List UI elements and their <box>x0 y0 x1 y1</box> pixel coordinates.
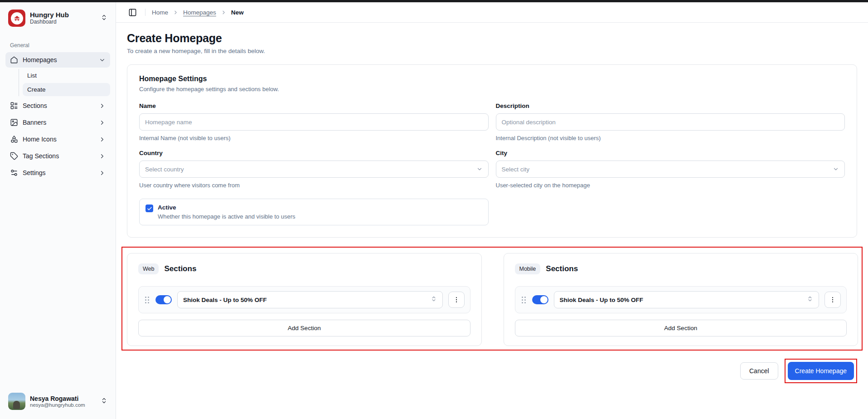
name-input[interactable] <box>139 113 489 131</box>
drag-handle-icon[interactable] <box>144 295 150 305</box>
nav-section-label: General <box>10 42 106 49</box>
chevron-right-icon <box>99 153 106 160</box>
sidebar-item-label: Tag Sections <box>23 152 59 160</box>
sidebar-item-sections[interactable]: Sections <box>5 98 110 113</box>
breadcrumb-homepages[interactable]: Homepages <box>183 9 216 16</box>
country-select[interactable]: Select country <box>139 161 489 178</box>
city-select[interactable]: Select city <box>496 161 845 178</box>
city-label: City <box>496 150 845 156</box>
settings-card-subtitle: Configure the homepage settings and sect… <box>139 86 845 93</box>
country-field-group: Country Select country User country wher… <box>139 150 489 189</box>
sidebar-item-home-icons[interactable]: Home Icons <box>5 132 110 147</box>
panel-left-icon <box>128 8 137 17</box>
mobile-sections-card: Mobile Sections Shiok Deals - Up to 50% … <box>504 253 858 346</box>
sidebar-item-label: Homepages <box>23 56 57 63</box>
drag-handle-icon[interactable] <box>521 295 527 305</box>
active-field-box: Active Whether this homepage is active a… <box>139 199 489 225</box>
workspace-switcher[interactable]: Hungry Hub Dashboard <box>5 7 110 29</box>
platform-badge-web: Web <box>138 263 159 274</box>
sidebar: Hungry Hub Dashboard General Homepages L… <box>0 2 116 419</box>
hungry-hub-logo-icon <box>8 10 25 27</box>
country-select-value: Select country <box>145 166 184 173</box>
sections-grid: Web Sections Shiok Deals - Up to 50% OFF <box>127 253 858 346</box>
sidebar-nav: Homepages List Create Sections <box>5 52 110 182</box>
country-label: Country <box>139 150 489 156</box>
chevrons-up-down-icon <box>431 296 437 304</box>
sidebar-item-tag-sections[interactable]: Tag Sections <box>5 148 110 164</box>
homepages-subnav: List Create <box>19 69 110 96</box>
chevron-right-icon <box>173 10 179 15</box>
topbar-divider <box>145 9 145 16</box>
sidebar-item-label: List <box>27 72 37 79</box>
homepage-settings-card: Homepage Settings Configure the homepage… <box>127 64 857 238</box>
check-icon <box>147 206 152 211</box>
create-homepage-button[interactable]: Create Homepage <box>788 362 854 380</box>
topbar: Home Homepages New <box>116 2 868 23</box>
sidebar-item-settings[interactable]: Settings <box>5 165 110 180</box>
web-section-menu-button[interactable] <box>448 292 465 308</box>
mobile-section-toggle[interactable] <box>532 295 548 304</box>
app-subtitle: Dashboard <box>30 19 69 25</box>
web-section-row: Shiok Deals - Up to 50% OFF <box>138 286 470 313</box>
mobile-add-section-button[interactable]: Add Section <box>515 320 847 336</box>
user-email: nesya@hungryhub.com <box>30 402 85 408</box>
mobile-section-select[interactable]: Shiok Deals - Up to 50% OFF <box>554 291 820 308</box>
breadcrumb-current: New <box>231 9 244 16</box>
mobile-sections-header: Mobile Sections <box>515 263 847 274</box>
name-label: Name <box>139 102 489 109</box>
sidebar-item-label: Home Icons <box>23 136 57 143</box>
sidebar-toggle-button[interactable] <box>126 6 139 19</box>
active-checkbox[interactable] <box>145 205 153 212</box>
name-field-group: Name Internal Name (not visible to users… <box>139 102 489 141</box>
sections-title: Sections <box>164 264 196 273</box>
web-section-toggle[interactable] <box>155 295 172 304</box>
chevron-right-icon <box>221 10 227 15</box>
sidebar-item-list[interactable]: List <box>23 69 110 82</box>
description-label: Description <box>496 102 845 109</box>
description-input[interactable] <box>496 113 845 131</box>
chevron-right-icon <box>99 102 106 109</box>
shapes-icon <box>10 135 18 143</box>
annotation-sections-outline: Web Sections Shiok Deals - Up to 50% OFF <box>121 247 863 351</box>
description-helper: Internal Description (not visible to use… <box>496 135 845 141</box>
sidebar-item-homepages[interactable]: Homepages <box>5 52 110 68</box>
web-sections-header: Web Sections <box>138 263 470 274</box>
sections-title: Sections <box>546 264 578 273</box>
chevron-down-icon <box>99 57 106 63</box>
user-menu[interactable]: Nesya Rogawati nesya@hungryhub.com <box>5 390 110 413</box>
mobile-section-select-value: Shiok Deals - Up to 50% OFF <box>560 297 644 303</box>
sidebar-item-label: Settings <box>23 169 46 176</box>
home-icon <box>10 56 18 64</box>
settings-card-title: Homepage Settings <box>139 75 845 83</box>
breadcrumb-home[interactable]: Home <box>152 9 168 16</box>
city-field-group: City Select city User-selected city on t… <box>496 150 845 189</box>
active-label: Active <box>158 204 296 211</box>
city-select-value: Select city <box>502 166 530 173</box>
chevrons-up-down-icon <box>101 14 107 23</box>
sidebar-item-label: Banners <box>23 119 46 126</box>
app-name: Hungry Hub <box>30 11 69 19</box>
mobile-section-menu-button[interactable] <box>824 292 841 308</box>
kebab-menu-icon <box>829 296 836 303</box>
image-icon <box>10 118 18 127</box>
app-screen: Hungry Hub Dashboard General Homepages L… <box>0 2 868 419</box>
cancel-button[interactable]: Cancel <box>740 362 778 380</box>
layout-list-icon <box>10 102 18 110</box>
page-title: Create Homepage <box>127 32 857 45</box>
user-name: Nesya Rogawati <box>30 395 85 403</box>
chevron-right-icon <box>99 136 106 143</box>
web-sections-card: Web Sections Shiok Deals - Up to 50% OFF <box>127 253 482 346</box>
sidebar-item-create[interactable]: Create <box>23 83 110 96</box>
sidebar-item-banners[interactable]: Banners <box>5 115 110 130</box>
description-field-group: Description Internal Description (not vi… <box>496 102 845 141</box>
chevrons-up-down-icon <box>807 296 813 304</box>
breadcrumb: Home Homepages New <box>152 9 244 16</box>
page-content: Create Homepage To create a new homepage… <box>116 23 868 419</box>
sidebar-item-label: Create <box>27 86 46 93</box>
web-add-section-button[interactable]: Add Section <box>138 320 470 336</box>
tag-icon <box>10 152 18 160</box>
web-section-select[interactable]: Shiok Deals - Up to 50% OFF <box>177 291 443 308</box>
name-helper: Internal Name (not visible to users) <box>139 135 489 141</box>
chevron-right-icon <box>99 170 106 176</box>
sliders-icon <box>10 169 18 177</box>
